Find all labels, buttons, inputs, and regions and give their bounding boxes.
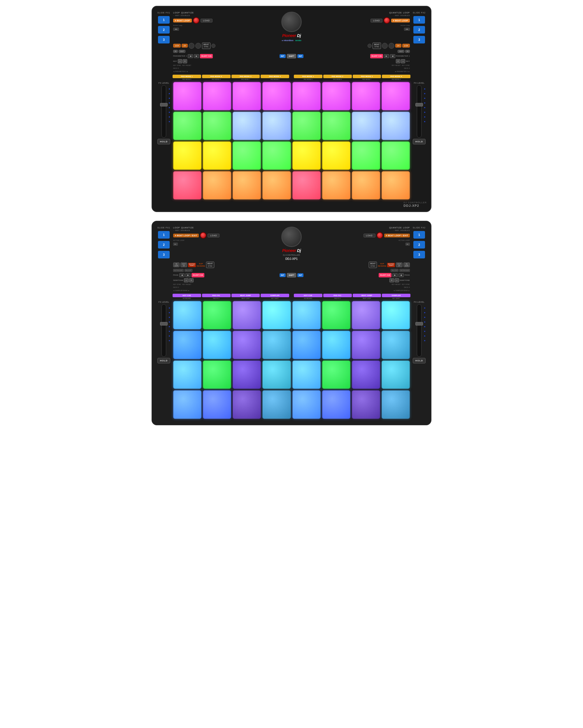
pad-r2-c3[interactable] bbox=[232, 112, 261, 140]
beat-sync-btn-left[interactable]: BEAT SYNC bbox=[202, 43, 211, 49]
pad-mode-btn-1[interactable]: PAD MODE 1PAD MODE 5 bbox=[294, 75, 323, 80]
fx-slider-left[interactable] bbox=[162, 85, 166, 138]
out-btn-left-xp1[interactable]: OUT2X bbox=[181, 262, 187, 267]
param-right-arrow-right[interactable]: ► bbox=[384, 54, 389, 58]
pad-r4-c5[interactable] bbox=[293, 390, 321, 419]
int-btn-right-xp1[interactable]: INT bbox=[297, 273, 303, 277]
slide-fx2-btn1[interactable]: 1 bbox=[413, 16, 425, 24]
key-plus-left[interactable]: + bbox=[183, 59, 187, 63]
pad-r1-c6[interactable] bbox=[322, 301, 351, 329]
slide-fx1-btn3-xp1[interactable]: 3 bbox=[158, 251, 170, 258]
pad-r2-c8[interactable] bbox=[382, 112, 410, 140]
pad-r2-c8[interactable] bbox=[382, 331, 410, 359]
param-left-arrow-right[interactable]: ◄ bbox=[390, 54, 395, 58]
slide-fx1-btn3[interactable]: 3 bbox=[158, 36, 170, 44]
page-right-arrow-right[interactable]: ► bbox=[392, 273, 397, 277]
slide-fx2-btn3[interactable]: 3 bbox=[413, 36, 425, 44]
fx-slider-handle-left-xp1[interactable] bbox=[160, 322, 168, 326]
pad-r4-c3[interactable] bbox=[232, 171, 261, 200]
param-left-arrow-left[interactable]: ◄ bbox=[188, 54, 193, 58]
pad-r1-c1[interactable] bbox=[173, 301, 201, 329]
pad-r4-c8[interactable] bbox=[382, 390, 410, 419]
param-right-arrow-left[interactable]: ► bbox=[194, 54, 199, 58]
slide-fx1-btn1[interactable]: 1 bbox=[158, 16, 170, 24]
pad-r1-c3[interactable] bbox=[232, 301, 261, 329]
pad-mode-btn-2[interactable]: PAD MODE 2PAD MODE 6 bbox=[202, 75, 230, 80]
red-knob-right-xp1[interactable] bbox=[377, 232, 383, 239]
semitone-minus-right[interactable]: − bbox=[395, 278, 399, 282]
pad-r1-c5[interactable] bbox=[293, 301, 321, 329]
slide-fx1-btn2-xp1[interactable]: 2 bbox=[158, 241, 170, 249]
pad-r1-c2[interactable] bbox=[203, 82, 231, 110]
key-minus-left[interactable]: − bbox=[178, 59, 182, 63]
reloop-btn-right[interactable]: RELOOP bbox=[391, 269, 398, 272]
loop-btn-right[interactable]: 4 BEAT LOOP bbox=[391, 19, 410, 23]
pad-r1-c4[interactable] bbox=[262, 301, 290, 329]
shift-btn-xp1[interactable]: SHIFT bbox=[287, 273, 296, 277]
pad-r2-c2[interactable] bbox=[203, 331, 231, 359]
pad-r3-c2[interactable] bbox=[203, 361, 231, 389]
pad-r1-c1[interactable] bbox=[173, 82, 201, 110]
out-btn-right-xp1[interactable]: OUT2X bbox=[396, 262, 402, 267]
pad-r4-c6[interactable] bbox=[322, 390, 351, 419]
retrigger-btn-right[interactable]: RETRIGGER bbox=[399, 269, 410, 272]
beat-sync-btn-left-xp1[interactable]: BEAT SYNC bbox=[206, 262, 215, 268]
pad-r4-c4[interactable] bbox=[262, 171, 290, 200]
key-plus-right[interactable]: + bbox=[396, 59, 400, 63]
page-left-arrow-left[interactable]: ◄ bbox=[179, 273, 185, 277]
key-minus-right[interactable]: − bbox=[401, 59, 405, 63]
pad-r3-c5[interactable] bbox=[293, 141, 321, 170]
pad-r2-c7[interactable] bbox=[352, 331, 380, 359]
silent-cue-btn-left-xp1[interactable]: SILENT CUE bbox=[192, 273, 204, 277]
pad-r3-c8[interactable] bbox=[382, 141, 410, 170]
silent-cue-btn-left[interactable]: SILENT CUE bbox=[200, 54, 213, 58]
pad-r2-c5[interactable] bbox=[293, 112, 321, 140]
master-tempo-right[interactable]: MASTERTEMPO bbox=[387, 263, 395, 267]
fx-slider-left-xp1[interactable] bbox=[162, 304, 166, 357]
hold-btn-right-xp2[interactable]: HOLD bbox=[413, 139, 426, 145]
pad-mode-btn-4[interactable]: SAMPLERKEY SHIFT bbox=[382, 294, 411, 299]
reloop-btn-left[interactable]: RELOOP bbox=[185, 269, 192, 272]
transport-right[interactable]: ◄► bbox=[404, 28, 410, 31]
pad-r3-c4[interactable] bbox=[262, 361, 290, 389]
beat-sync-btn-right-xp1[interactable]: BEAT SYNC bbox=[369, 262, 377, 268]
pad-mode-btn-4[interactable]: PAD MODE 4PAD MODE 8 bbox=[260, 75, 289, 80]
semitone-minus-left[interactable]: − bbox=[184, 278, 188, 282]
pad-r3-c8[interactable] bbox=[382, 361, 410, 389]
pad-r4-c5[interactable] bbox=[293, 171, 321, 200]
pad-mode-btn-1[interactable]: PAD MODE 1PAD MODE 5 bbox=[172, 75, 201, 80]
pad-r4-c8[interactable] bbox=[382, 171, 410, 200]
jog-wheel[interactable] bbox=[281, 12, 302, 32]
pad-r2-c2[interactable] bbox=[203, 112, 231, 140]
cue-knob-right[interactable] bbox=[389, 43, 394, 49]
pad-mode-btn-3[interactable]: BEAT JUMPBEAT LOOP bbox=[353, 294, 381, 299]
pad-r1-c7[interactable] bbox=[352, 82, 380, 110]
pad-r1-c2[interactable] bbox=[203, 301, 231, 329]
pad-r2-c3[interactable] bbox=[232, 331, 261, 359]
pad-r2-c7[interactable] bbox=[352, 112, 380, 140]
int-btn-left-xp1[interactable]: INT bbox=[280, 273, 286, 277]
red-knob-left-xp1[interactable] bbox=[200, 232, 206, 239]
pad-mode-btn-3[interactable]: BEAT JUMPBEAT LOOP bbox=[231, 294, 260, 299]
small-knob-left[interactable] bbox=[211, 44, 215, 48]
beat-sync-btn-right[interactable]: BEAT SYNC bbox=[372, 43, 381, 49]
load-btn-right-xp1[interactable]: LOAD bbox=[363, 234, 376, 237]
int-btn-right[interactable]: INT bbox=[297, 54, 303, 58]
pad-r4-c1[interactable] bbox=[173, 171, 201, 200]
pad-r3-c3[interactable] bbox=[232, 141, 261, 170]
small-knob-right[interactable] bbox=[368, 44, 372, 48]
pad-r3-c7[interactable] bbox=[352, 361, 380, 389]
pad-r4-c2[interactable] bbox=[203, 390, 231, 419]
jog-wheel-xp1[interactable] bbox=[281, 227, 302, 247]
pad-r4-c7[interactable] bbox=[352, 390, 380, 419]
fx-slider-right-xp1[interactable] bbox=[417, 304, 421, 357]
pitch-knob-right[interactable] bbox=[382, 43, 388, 49]
fx-slider-right[interactable] bbox=[417, 85, 421, 138]
pad-r4-c7[interactable] bbox=[352, 171, 380, 200]
half-btn-left[interactable]: 1/2X bbox=[173, 44, 181, 48]
transport-left[interactable]: ◄► bbox=[173, 28, 179, 31]
fx-slider-handle-left[interactable] bbox=[160, 103, 168, 106]
pad-r2-c6[interactable] bbox=[322, 112, 351, 140]
double-btn-left[interactable]: 2X bbox=[182, 44, 188, 48]
pad-r4-c1[interactable] bbox=[173, 390, 201, 419]
